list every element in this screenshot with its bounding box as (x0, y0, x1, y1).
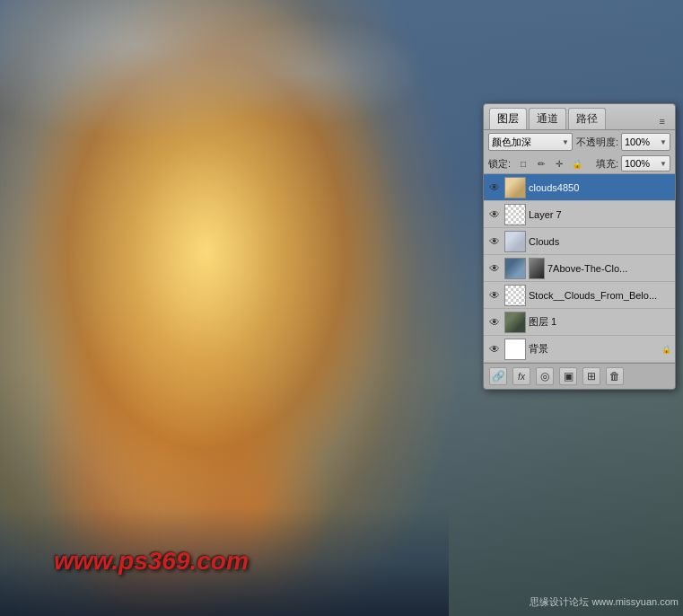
lock-position-btn[interactable]: ✛ (552, 156, 566, 171)
tab-channels[interactable]: 通道 (529, 108, 566, 129)
thumb-stock (504, 285, 526, 306)
fill-label: 填充: (596, 157, 618, 171)
opacity-input[interactable]: 100% ▼ (621, 133, 670, 151)
background-lock-icon: 🔒 (661, 344, 671, 355)
tab-paths[interactable]: 路径 (568, 108, 606, 129)
fill-input[interactable]: 100% ▼ (621, 155, 670, 172)
layer-effects-btn[interactable]: fx (512, 367, 530, 385)
fill-value-text: 100% (625, 158, 650, 169)
panel-menu-icon[interactable]: ≡ (655, 113, 670, 129)
visibility-layer7[interactable]: 👁 (487, 207, 502, 222)
fill-arrow: ▼ (660, 160, 667, 168)
lock-all-btn[interactable]: 🔒 (570, 156, 584, 171)
layer-name-background: 背景 (529, 342, 658, 356)
layer-name-clouds4850: clouds4850 (529, 182, 671, 193)
watermark: www.ps369.com (54, 547, 249, 576)
fill-row: 填充: 100% ▼ (596, 155, 670, 172)
layer-name-layer7: Layer 7 (529, 209, 671, 220)
layer-item-clouds4850[interactable]: 👁 clouds4850 (484, 174, 675, 201)
blend-mode-select[interactable]: 颜色加深 ▼ (488, 133, 573, 151)
tab-layers[interactable]: 图层 (489, 108, 527, 129)
visibility-stock[interactable]: 👁 (487, 288, 502, 303)
layer-item-layer7[interactable]: 👁 Layer 7 (484, 201, 675, 228)
visibility-layer1[interactable]: 👁 (487, 315, 502, 330)
layers-list: 👁 clouds4850 👁 Layer 7 👁 Clouds 👁 7Above… (484, 174, 675, 363)
visibility-clouds4850[interactable]: 👁 (487, 180, 502, 195)
delete-layer-btn[interactable]: 🗑 (606, 367, 624, 385)
add-mask-btn[interactable]: ◎ (536, 367, 554, 385)
layer-name-7above: 7Above-The-Clo... (547, 263, 671, 274)
thumb-clouds (504, 231, 526, 252)
lock-fill-row: 锁定: □ ✏ ✛ 🔒 填充: 100% ▼ (484, 154, 675, 174)
opacity-arrow: ▼ (660, 138, 667, 146)
layer-item-7above[interactable]: 👁 7Above-The-Clo... (484, 255, 675, 282)
visibility-7above[interactable]: 👁 (487, 261, 502, 276)
layer-name-stock: Stock__Clouds_From_Belo... (529, 290, 671, 301)
mask-7above (529, 258, 545, 279)
layers-panel: 图层 通道 路径 ≡ 颜色加深 ▼ 不透明度: 100% ▼ 锁定: □ ✏ ✛… (483, 103, 676, 390)
layer-name-layer1: 图层 1 (529, 315, 671, 329)
thumb-layer7 (504, 204, 526, 225)
link-layers-btn[interactable]: 🔗 (489, 367, 507, 385)
visibility-clouds[interactable]: 👁 (487, 234, 502, 249)
blend-opacity-row: 颜色加深 ▼ 不透明度: 100% ▼ (484, 130, 675, 154)
layer-name-clouds: Clouds (529, 236, 671, 247)
thumb-layer1 (504, 312, 526, 333)
thumb-clouds4850 (504, 177, 526, 198)
layer-item-layer1[interactable]: 👁 图层 1 (484, 309, 675, 336)
visibility-background[interactable]: 👁 (487, 342, 502, 356)
smoke-overlay-top (0, 0, 449, 180)
blend-mode-arrow: ▼ (562, 138, 569, 146)
layer-item-background[interactable]: 👁 背景 🔒 (484, 336, 675, 363)
new-group-btn[interactable]: ▣ (559, 367, 577, 385)
forum-watermark: 思缘设计论坛 www.missyuan.com (530, 595, 679, 609)
lock-icons: □ ✏ ✛ 🔒 (516, 156, 591, 171)
blend-mode-value: 颜色加深 (492, 136, 531, 149)
opacity-value-text: 100% (625, 136, 650, 147)
layer-item-stock[interactable]: 👁 Stock__Clouds_From_Belo... (484, 282, 675, 309)
lock-label: 锁定: (488, 157, 511, 171)
opacity-row: 不透明度: 100% ▼ (576, 133, 670, 151)
opacity-label: 不透明度: (576, 136, 618, 149)
layer-item-clouds[interactable]: 👁 Clouds (484, 228, 675, 255)
new-layer-btn[interactable]: ⊞ (582, 367, 600, 385)
lock-transparent-btn[interactable]: □ (516, 156, 530, 171)
thumb-background (504, 339, 526, 360)
panel-tabs: 图层 通道 路径 ≡ (484, 104, 675, 130)
lock-paint-btn[interactable]: ✏ (534, 156, 548, 171)
thumb-7above (504, 258, 526, 279)
panel-toolbar: 🔗 fx ◎ ▣ ⊞ 🗑 (484, 363, 675, 389)
